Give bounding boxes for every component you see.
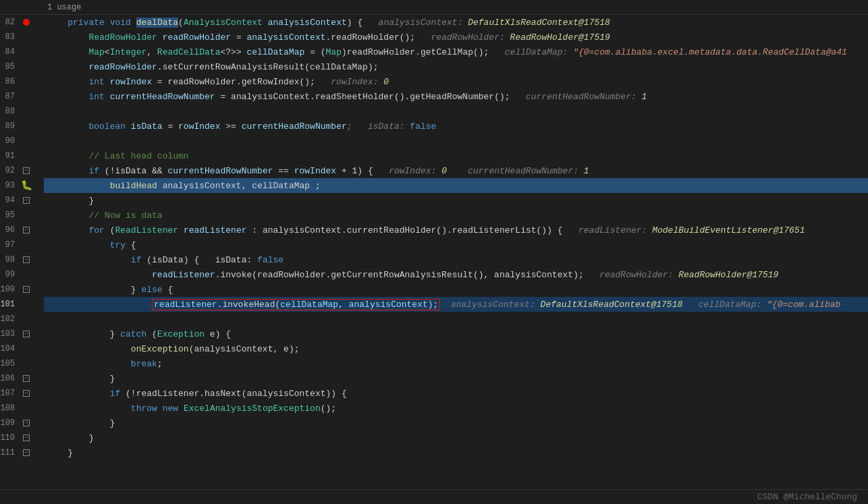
run-icon[interactable]: 🐛 xyxy=(21,181,32,190)
code-line: if (!readListener.hasNext(analysisContex… xyxy=(44,386,868,401)
token: ModelBuildEventListener@17651 xyxy=(652,225,805,235)
line-number: 102 xyxy=(0,314,20,324)
gutter-icon-area[interactable]: 🐛 xyxy=(20,181,32,190)
top-bar: 1 usage xyxy=(0,0,868,15)
token: if xyxy=(110,389,121,399)
token xyxy=(157,403,163,414)
token: } xyxy=(47,448,73,458)
fold-icon[interactable]: − xyxy=(23,227,30,233)
gutter-row: 105 xyxy=(0,356,44,371)
token xyxy=(47,403,131,414)
token: else xyxy=(141,285,162,295)
gutter-icon-area[interactable]: − xyxy=(20,420,32,426)
gutter-row: 88 xyxy=(0,104,44,119)
token: ( xyxy=(105,225,115,235)
token xyxy=(178,403,184,414)
code-area: 8283848586878889909192−93🐛94−9596−9798−9… xyxy=(0,15,868,489)
breakpoint-icon[interactable] xyxy=(23,19,30,26)
token: Integer xyxy=(110,47,147,57)
line-number: 86 xyxy=(0,77,20,86)
token xyxy=(47,121,88,132)
token: == xyxy=(273,166,294,176)
fold-icon[interactable]: − xyxy=(23,197,30,204)
token: <?>> xyxy=(220,47,246,57)
gutter-icon-area[interactable]: − xyxy=(20,197,32,204)
token: Map xyxy=(326,47,342,57)
line-number: 87 xyxy=(0,92,20,101)
token: = readRowHolder.getRowIndex(); xyxy=(152,77,315,87)
gutter-row: 102 xyxy=(0,312,44,327)
token: } xyxy=(47,433,94,443)
code-line: if (!isData && currentHeadRowNumber == r… xyxy=(44,163,868,178)
gutter-icon-area[interactable] xyxy=(20,19,32,26)
token: ( xyxy=(146,329,157,339)
token: (!readListener.hasNext(analysisContext))… xyxy=(120,389,346,399)
code-line xyxy=(44,104,868,119)
token xyxy=(47,255,131,265)
fold-icon[interactable]: − xyxy=(23,286,30,293)
token: Exception xyxy=(157,329,205,339)
fold-icon[interactable]: − xyxy=(23,331,30,337)
token: false xyxy=(257,255,283,265)
token: } xyxy=(47,285,141,295)
line-number: 111 xyxy=(0,448,20,457)
token: readRowHolder: xyxy=(415,32,510,43)
token: { xyxy=(126,240,136,250)
gutter-icon-area[interactable]: − xyxy=(20,227,32,233)
token: false xyxy=(410,121,436,132)
token: analysisContext: xyxy=(362,18,468,28)
fold-icon[interactable]: − xyxy=(23,449,30,456)
line-number: 93 xyxy=(0,181,20,190)
gutter-icon-area[interactable]: − xyxy=(20,449,32,456)
code-content[interactable]: private void dealData(AnalysisContext an… xyxy=(44,15,868,489)
token: int xyxy=(88,92,104,102)
code-line: int currentHeadRowNumber = analysisConte… xyxy=(44,89,868,104)
token: ReadCellData xyxy=(157,47,221,57)
token: 0 xyxy=(383,77,389,87)
fold-icon[interactable]: − xyxy=(23,256,30,263)
gutter-icon-area[interactable]: − xyxy=(20,167,32,174)
gutter-icon-area[interactable]: − xyxy=(20,435,32,441)
token: , xyxy=(146,47,157,57)
token: analysisContext xyxy=(246,32,325,43)
token: "{0=com.alibaba.excel.metadata.data.Read… xyxy=(573,47,847,57)
fold-icon[interactable]: − xyxy=(23,435,30,441)
code-line: } xyxy=(44,445,868,460)
fold-icon[interactable]: − xyxy=(23,375,30,382)
token: // Last head column xyxy=(88,151,188,161)
fold-icon[interactable]: − xyxy=(23,390,30,397)
token: } xyxy=(47,418,115,428)
token: readRowHolder xyxy=(88,62,157,72)
token: ReadRowHolder@17519 xyxy=(510,32,610,43)
gutter-icon-area[interactable]: − xyxy=(20,331,32,337)
bottom-bar: CSDN @MichelleChung xyxy=(0,489,868,504)
fold-icon[interactable]: − xyxy=(23,167,30,174)
token: throw xyxy=(131,403,157,414)
token xyxy=(47,389,110,399)
line-number: 90 xyxy=(0,136,20,146)
token: readListener: xyxy=(563,225,653,235)
gutter-icon-area[interactable]: − xyxy=(20,286,32,293)
fold-icon[interactable]: − xyxy=(23,420,30,426)
token: ; isData: xyxy=(347,121,410,132)
gutter-icon-area[interactable]: − xyxy=(20,390,32,397)
token xyxy=(105,18,110,28)
gutter-icon-area[interactable]: − xyxy=(20,375,32,382)
token xyxy=(47,270,152,280)
token: try xyxy=(110,240,126,250)
code-line: throw new ExcelAnalysisStopException(); xyxy=(44,401,868,416)
token: currentHeadRowNumber xyxy=(167,166,273,176)
gutter-row: 82 xyxy=(0,15,44,30)
code-line: break; xyxy=(44,356,868,371)
gutter-row: 101 xyxy=(0,297,44,312)
code-line: try { xyxy=(44,237,868,252)
token: } xyxy=(47,329,120,339)
token xyxy=(47,47,88,57)
token: currentHeadRowNumber: xyxy=(447,166,584,176)
token: >= xyxy=(220,121,241,132)
gutter-icon-area[interactable]: − xyxy=(20,256,32,263)
line-number: 101 xyxy=(0,300,20,309)
token: currentHeadRowNumber xyxy=(242,121,347,132)
token xyxy=(126,121,131,132)
line-number: 92 xyxy=(0,166,20,175)
